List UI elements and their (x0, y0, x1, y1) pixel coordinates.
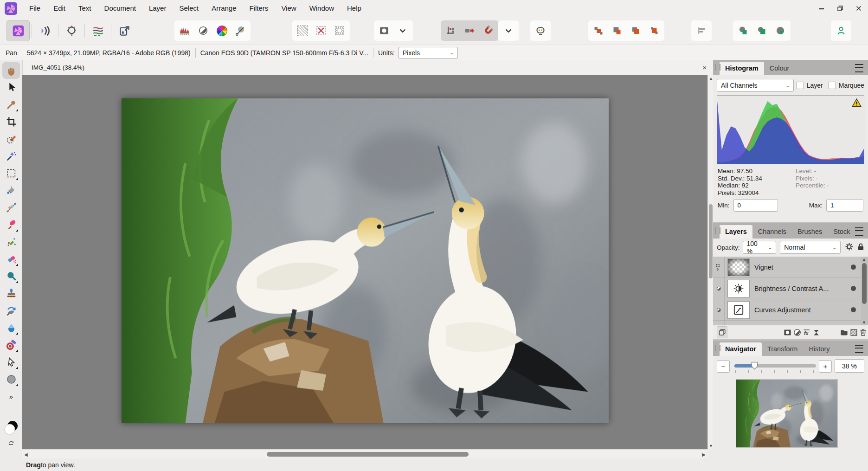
layer-row[interactable]: Curves Adjustment (713, 299, 868, 321)
menu-file[interactable]: File (23, 0, 47, 17)
close-tab-icon[interactable]: × (702, 64, 707, 71)
panel-menu-icon[interactable] (855, 64, 863, 72)
erase-tool[interactable] (2, 251, 20, 268)
flood-select-tool[interactable] (2, 148, 20, 165)
account-button[interactable] (832, 21, 850, 40)
layer-expand-icon[interactable] (715, 262, 723, 272)
node-tool[interactable] (2, 354, 20, 371)
more-tools-button[interactable]: » (9, 393, 13, 400)
tab-channels[interactable]: Channels (752, 225, 792, 239)
select-all-button[interactable] (293, 21, 312, 40)
zoom-slider-handle[interactable] (751, 361, 758, 370)
smudge-tool[interactable] (2, 336, 20, 354)
crop-tool[interactable] (2, 113, 20, 130)
adjustment-half-icon[interactable] (715, 305, 723, 315)
move-whole-pixels-button[interactable] (460, 21, 479, 40)
assistant-button[interactable] (531, 21, 550, 40)
snapping-grid-button[interactable] (442, 21, 460, 40)
liquify-persona-button[interactable] (34, 20, 56, 41)
tab-navigator[interactable]: Navigator (720, 342, 762, 356)
scroll-down-icon[interactable]: ▼ (709, 444, 713, 448)
pixel-tool[interactable] (2, 233, 20, 251)
restore-button[interactable] (831, 0, 849, 17)
menu-arrange[interactable]: Arrange (205, 0, 243, 17)
move-forward-one-button[interactable] (626, 21, 645, 40)
histogram-chart[interactable] (717, 95, 864, 164)
minimize-button[interactable] (812, 0, 831, 17)
menu-help[interactable]: Help (341, 0, 368, 17)
horizontal-scrollbar[interactable]: ◀ ▶ (22, 449, 707, 459)
warning-icon[interactable] (852, 98, 862, 108)
insert-inside-button[interactable] (771, 21, 790, 40)
dodge-brush-tool[interactable] (2, 268, 20, 285)
tab-transform[interactable]: Transform (762, 342, 804, 356)
tab-stock[interactable]: Stock (828, 225, 855, 239)
selection-brush-tool[interactable] (2, 130, 20, 148)
adjustment-layer-button[interactable] (792, 327, 802, 338)
max-input[interactable]: 1 (826, 199, 863, 212)
zoom-slider-track[interactable] (734, 364, 816, 368)
layer-name[interactable]: Curves Adjustment (754, 306, 851, 314)
layer-visibility-dot[interactable] (851, 286, 856, 291)
menu-window[interactable]: Window (303, 0, 341, 17)
alignment-button[interactable] (692, 21, 711, 40)
blend-mode-select[interactable]: Normal⌄ (780, 241, 841, 254)
layer-row[interactable]: Vignet (713, 257, 868, 278)
tone-mapping-persona-button[interactable] (87, 20, 109, 41)
marquee-tool[interactable] (2, 165, 20, 182)
layer-list-scrollbar[interactable]: ▲ ▼ (861, 257, 868, 325)
layer-effects-button[interactable]: fx (802, 327, 812, 338)
photo-canvas-image[interactable] (122, 98, 609, 423)
chevron-down-button[interactable] (393, 21, 412, 40)
layer-name[interactable]: Brightness / Contrast A... (754, 285, 851, 292)
move-tool[interactable] (2, 79, 20, 96)
snapping-magnet-button[interactable] (479, 21, 497, 40)
layer-settings-gear-icon[interactable] (845, 242, 854, 252)
view-tool[interactable] (2, 62, 20, 79)
menu-document[interactable]: Document (98, 0, 142, 17)
chevron-down-button[interactable] (499, 21, 518, 40)
duplicate-layer-button[interactable] (717, 326, 727, 338)
close-button[interactable] (849, 0, 868, 17)
horizontal-scroll-thumb[interactable] (267, 452, 469, 457)
panel-grip-icon[interactable] (715, 345, 720, 351)
gradient-tool[interactable] (2, 199, 20, 216)
reset-colours-button[interactable] (6, 439, 16, 450)
group-layers-button[interactable] (840, 327, 849, 338)
blur-tool[interactable] (2, 319, 20, 336)
clone-stamp-tool[interactable] (2, 285, 20, 302)
mask-layer-button[interactable] (783, 327, 793, 338)
menu-edit[interactable]: Edit (47, 0, 72, 17)
ellipse-tool[interactable] (2, 371, 20, 388)
colour-picker-tool[interactable] (2, 96, 20, 113)
units-select[interactable]: Pixels ⌄ (399, 47, 458, 59)
menu-layer[interactable]: Layer (142, 0, 173, 17)
menu-text[interactable]: Text (72, 0, 98, 17)
develop-persona-button[interactable] (60, 20, 83, 41)
invert-pixel-selection-button[interactable] (330, 21, 349, 40)
tab-layers[interactable]: Layers (720, 225, 752, 239)
marquee-checkbox[interactable]: Marquee (829, 82, 864, 89)
scroll-left-icon[interactable]: ◀ (24, 452, 28, 457)
scroll-up-icon[interactable]: ▲ (709, 76, 713, 81)
vertical-scroll-thumb[interactable] (709, 204, 713, 278)
deselect-button[interactable] (312, 21, 330, 40)
tab-colour[interactable]: Colour (764, 62, 795, 75)
zoom-value-field[interactable]: 38 % (835, 359, 864, 373)
zoom-out-button[interactable]: − (717, 360, 730, 373)
auto-colour-button[interactable] (212, 21, 231, 40)
panel-menu-icon[interactable] (855, 227, 863, 236)
layer-thumbnail[interactable] (727, 301, 750, 319)
adjustment-half-icon[interactable] (715, 284, 723, 294)
photo-persona-button[interactable] (6, 20, 30, 41)
paint-brush-tool[interactable] (2, 216, 20, 233)
panel-grip-icon[interactable] (715, 227, 720, 234)
flood-fill-tool[interactable] (2, 182, 20, 199)
new-mask-button[interactable] (375, 21, 393, 40)
insert-on-top-button[interactable] (752, 21, 771, 40)
tab-histogram[interactable]: Histogram (720, 62, 764, 75)
layer-thumbnail[interactable] (727, 258, 750, 276)
layer-name[interactable]: Vignet (754, 264, 851, 271)
scroll-up-icon[interactable]: ▲ (862, 257, 866, 262)
export-persona-button[interactable] (113, 20, 135, 41)
